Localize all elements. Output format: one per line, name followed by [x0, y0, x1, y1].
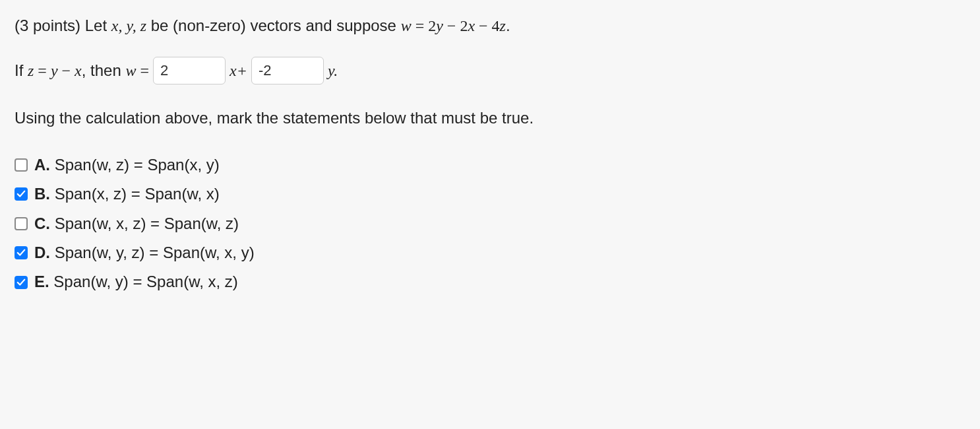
choice-b-label: B. Span(x, z) = Span(w, x) [34, 182, 220, 207]
choice-b: B. Span(x, z) = Span(w, x) [15, 182, 965, 207]
y-period-label: y. [328, 58, 338, 83]
vars-xyz: x, y, z [111, 17, 146, 34]
check-icon [16, 189, 26, 199]
coefficient-y-input[interactable] [251, 57, 324, 84]
check-icon [16, 278, 26, 287]
eq-equals: = [412, 17, 429, 34]
equation-row: If z = y − x, then w = x+ y. [15, 57, 965, 84]
problem-statement: (3 points) Let x, y, z be (non-zero) vec… [15, 13, 965, 38]
choice-e: E. Span(w, y) = Span(w, x, z) [15, 269, 965, 294]
checkbox-a[interactable] [15, 158, 28, 172]
eq-y: y [436, 17, 443, 34]
choice-c: C. Span(w, x, z) = Span(w, z) [15, 211, 965, 236]
choice-d: D. Span(w, y, z) = Span(w, x, y) [15, 240, 965, 265]
checkbox-e[interactable] [15, 276, 28, 289]
period: . [506, 16, 510, 34]
instruction-text: Using the calculation above, mark the st… [15, 106, 965, 131]
eq-z: z [500, 17, 506, 34]
mid-text: be (non-zero) vectors and suppose [146, 16, 401, 34]
coefficient-x-input[interactable] [153, 57, 226, 84]
points-text: (3 points) Let [15, 16, 111, 34]
checkbox-b[interactable] [15, 187, 28, 201]
checkbox-c[interactable] [15, 217, 28, 230]
x-plus-label: x+ [230, 58, 247, 83]
choices-list: A. Span(w, z) = Span(x, y) B. Span(x, z)… [15, 152, 965, 295]
choice-c-label: C. Span(w, x, z) = Span(w, z) [34, 211, 239, 236]
question-block: (3 points) Let x, y, z be (non-zero) vec… [15, 13, 965, 295]
eq-x: x [468, 17, 475, 34]
eq-minus4: − 4 [475, 17, 500, 34]
choice-e-label: E. Span(w, y) = Span(w, x, z) [34, 269, 238, 294]
choice-d-label: D. Span(w, y, z) = Span(w, x, y) [34, 240, 255, 265]
eq-2: 2 [428, 17, 436, 34]
check-icon [16, 248, 26, 257]
eq-lhs-w: w [401, 17, 412, 34]
if-text: If z = y − x, then w = [15, 58, 149, 83]
checkbox-d[interactable] [15, 246, 28, 259]
eq-minus2: − 2 [443, 17, 468, 34]
choice-a: A. Span(w, z) = Span(x, y) [15, 152, 965, 178]
choice-a-label: A. Span(w, z) = Span(x, y) [34, 152, 220, 178]
